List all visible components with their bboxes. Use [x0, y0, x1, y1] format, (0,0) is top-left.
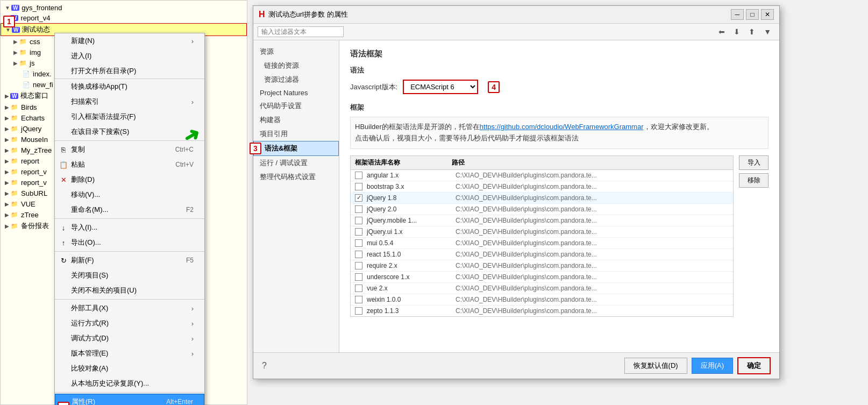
expand-icon: ▶ — [13, 39, 18, 45]
menu-item-label: 删除(D) — [71, 175, 95, 184]
nav-section-code-assist[interactable]: 代码助手设置 — [253, 99, 339, 113]
badge-4: 4 — [488, 81, 500, 93]
table-row[interactable]: weixin 1.0.0 C:\XIAO_DEV\HBuilder\plugin… — [351, 294, 733, 305]
menu-separator — [55, 218, 204, 219]
tree-item-report-v4[interactable]: ▶ W report_v4 — [1, 13, 247, 23]
hbuilder-icon: H — [259, 10, 265, 19]
menu-item-copy[interactable]: ⎘ 复制 Ctrl+C — [55, 142, 204, 157]
menu-item-new[interactable]: 新建(N) › — [55, 33, 204, 48]
table-row[interactable]: jQuery.mobile 1... C:\XIAO_DEV\HBuilder\… — [351, 215, 733, 226]
nav-up-button[interactable]: ⬆ — [745, 26, 759, 38]
table-row[interactable]: vue 2.x C:\XIAO_DEV\HBuilder\plugins\com… — [351, 283, 733, 294]
menu-item-restore-history[interactable]: 从本地历史记录复原(Y)... — [55, 376, 204, 391]
menu-item-external-tools[interactable]: 外部工具(X) › — [55, 301, 204, 316]
menu-item-run-mode[interactable]: 运行方式(R) › — [55, 316, 204, 331]
framework-checkbox[interactable] — [355, 172, 362, 179]
folder-icon: 📁 — [19, 59, 27, 67]
framework-table: 框架语法库名称 路径 angular 1.x C:\XIAO_DEV\HBuil… — [350, 155, 734, 317]
menu-item-move[interactable]: 移动(V)... — [55, 187, 204, 202]
table-row[interactable]: require 2.x C:\XIAO_DEV\HBuilder\plugins… — [351, 260, 733, 272]
table-row[interactable]: zepto 1.1.3 C:\XIAO_DEV\HBuilder\plugins… — [351, 305, 733, 316]
nav-item-resource-filter[interactable]: 资源过滤器 — [253, 73, 339, 87]
table-row[interactable]: react 15.1.0 C:\XIAO_DEV\HBuilder\plugin… — [351, 249, 733, 260]
file-icon: 📄 — [22, 69, 31, 78]
menu-item-label: 比较对象(A) — [71, 364, 108, 373]
menu-item-import[interactable]: ↓ 导入(I)... — [55, 220, 204, 235]
nav-section-code-format[interactable]: 整理代码格式设置 — [253, 170, 339, 184]
framework-checkbox[interactable] — [355, 194, 362, 202]
menu-item-scan-index[interactable]: 扫描索引 › — [55, 94, 204, 109]
framework-checkbox[interactable] — [355, 307, 362, 315]
menu-item-open-dir[interactable]: 打开文件所在目录(P) — [55, 63, 204, 79]
menu-item-close-project[interactable]: 关闭项目(S) — [55, 268, 204, 283]
framework-checkbox[interactable] — [355, 228, 362, 236]
menu-item-debug-mode[interactable]: 调试方式(D) › — [55, 331, 204, 346]
menu-item-enter[interactable]: 进入(I) — [55, 48, 204, 63]
nav-item-linked-resources[interactable]: 链接的资源 — [253, 59, 339, 73]
remove-button[interactable]: 移除 — [739, 173, 769, 188]
menu-item-close-unrelated[interactable]: 关闭不相关的项目(U) — [55, 283, 204, 298]
menu-item-export[interactable]: ↑ 导出(O)... — [55, 235, 204, 250]
folder-icon: 📁 — [19, 37, 27, 46]
menu-item-label: 关闭不相关的项目(U) — [71, 286, 137, 295]
table-row[interactable]: underscore 1.x C:\XIAO_DEV\HBuilder\plug… — [351, 272, 733, 283]
nav-section-project-ref[interactable]: 项目引用 — [253, 127, 339, 141]
table-row[interactable]: jQuery.ui 1.x C:\XIAO_DEV\HBuilder\plugi… — [351, 226, 733, 238]
folder-icon: 📁 — [10, 113, 19, 122]
expand-icon: ▶ — [5, 190, 9, 196]
menu-item-compare[interactable]: 比较对象(A) — [55, 361, 204, 376]
framework-checkbox[interactable] — [355, 239, 362, 247]
folder-icon: 📁 — [10, 222, 19, 230]
nav-section-run-debug[interactable]: 运行 / 调试设置 — [253, 156, 339, 170]
apply-button[interactable]: 应用(A) — [692, 358, 733, 374]
nav-menu-button[interactable]: ▼ — [760, 26, 775, 38]
syntax-version-select[interactable]: ECMAScript 6 ECMAScript 5 — [403, 80, 478, 94]
tree-item-gys-frontend[interactable]: ▼ W gys_frontend — [1, 3, 247, 13]
menu-item-properties[interactable]: 属性(R) Alt+Enter 2 — [55, 394, 204, 405]
menu-separator — [55, 299, 204, 300]
menu-item-delete[interactable]: ✕ 删除(D) — [55, 172, 204, 187]
framework-checkbox[interactable] — [355, 251, 362, 258]
nav-section-builder[interactable]: 构建器 — [253, 113, 339, 127]
framework-checkbox[interactable] — [355, 296, 362, 303]
close-button[interactable]: ✕ — [761, 9, 774, 20]
action-buttons: 导入 移除 — [739, 155, 769, 323]
table-row[interactable]: mui 0.5.4 C:\XIAO_DEV\HBuilder\plugins\c… — [351, 238, 733, 249]
menu-item-convert-app[interactable]: 转换成移动App(T) — [55, 79, 204, 94]
nav-forward-button[interactable]: ⬇ — [730, 26, 744, 38]
help-icon[interactable]: ? — [262, 361, 267, 371]
maximize-button[interactable]: □ — [746, 9, 759, 20]
nav-section-project-natures[interactable]: Project Natures — [253, 87, 339, 99]
table-row[interactable]: bootstrap 3.x C:\XIAO_DEV\HBuilder\plugi… — [351, 181, 733, 193]
framework-checkbox[interactable] — [355, 273, 362, 281]
menu-item-framework-hint[interactable]: 引入框架语法提示(F) — [55, 109, 204, 124]
menu-item-refresh[interactable]: ↻ 刷新(F) F5 — [55, 253, 204, 268]
framework-checkbox[interactable] — [355, 183, 362, 190]
table-row[interactable]: jQuery 2.0 C:\XIAO_DEV\HBuilder\plugins\… — [351, 204, 733, 215]
framework-path: C:\XIAO_DEV\HBuilder\plugins\com.pandora… — [456, 273, 729, 281]
confirm-button[interactable]: 确定 — [737, 357, 771, 374]
restore-default-button[interactable]: 恢复默认值(D) — [624, 358, 687, 374]
framework-checkbox[interactable] — [355, 205, 362, 213]
framework-name: bootstrap 3.x — [367, 183, 456, 190]
framework-link[interactable]: https://github.com/dcloudio/WebFramework… — [480, 123, 644, 131]
framework-checkbox[interactable] — [355, 285, 362, 292]
minimize-button[interactable]: ─ — [731, 9, 744, 20]
menu-item-rename[interactable]: 重命名(M)... F2 — [55, 202, 204, 217]
framework-checkbox[interactable] — [355, 217, 362, 224]
filter-input[interactable] — [258, 26, 344, 37]
tree-item-label: zTree — [21, 211, 39, 219]
menu-item-version-mgmt[interactable]: 版本管理(E) › — [55, 346, 204, 361]
expand-icon: ▶ — [13, 49, 18, 55]
framework-name: underscore 1.x — [367, 273, 456, 281]
nav-section-resources[interactable]: 资源 — [253, 45, 339, 59]
menu-item-paste[interactable]: 📋 粘贴 Ctrl+V — [55, 157, 204, 172]
framework-checkbox[interactable] — [355, 262, 362, 269]
nav-back-button[interactable]: ⬅ — [715, 26, 729, 38]
w-badge: W — [10, 93, 18, 99]
menu-item-label: 关闭项目(S) — [71, 271, 108, 280]
nav-item-syntax-framework[interactable]: 3 语法&框架 — [253, 141, 339, 156]
import-button[interactable]: 导入 — [739, 155, 769, 170]
table-row[interactable]: jQuery 1.8 C:\XIAO_DEV\HBuilder\plugins\… — [351, 193, 733, 204]
table-row[interactable]: angular 1.x C:\XIAO_DEV\HBuilder\plugins… — [351, 170, 733, 181]
